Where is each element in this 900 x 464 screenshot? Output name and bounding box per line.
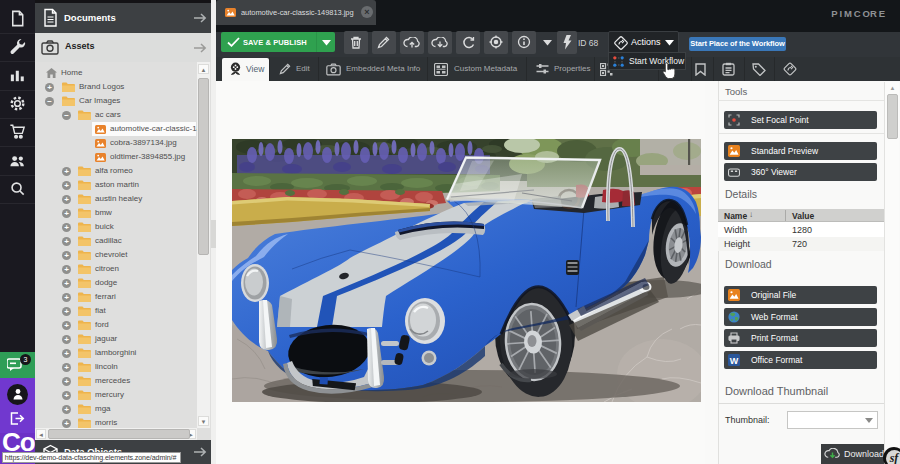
svg-text:W: W <box>730 355 739 365</box>
